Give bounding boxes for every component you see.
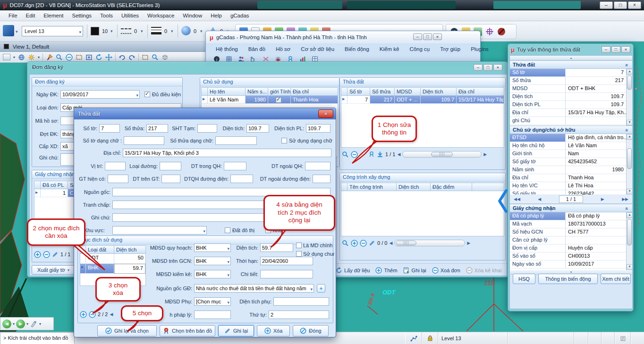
parcel-number-field[interactable]: 217 xyxy=(146,124,168,133)
scrollbar-thumb[interactable] xyxy=(627,148,632,169)
scroll-up-icon[interactable]: ▲ xyxy=(627,134,632,140)
menu-gcadas[interactable]: gCadas xyxy=(227,12,253,19)
parcel-text-field[interactable] xyxy=(215,136,257,145)
maximize-button[interactable]: □ xyxy=(423,34,432,40)
area-in-plan-field[interactable] xyxy=(224,162,246,170)
view-next-icon[interactable] xyxy=(128,54,136,61)
section-header-parcel[interactable]: Thửa đất« xyxy=(510,60,632,69)
brightness-icon[interactable] xyxy=(28,54,35,61)
column-header[interactable]: MDSD xyxy=(395,88,421,96)
chevron-down-icon[interactable]: ▾ xyxy=(13,55,15,59)
urban-land-checkbox[interactable] xyxy=(225,227,230,233)
chevron-down-icon[interactable]: ▾ xyxy=(141,26,143,36)
maximize-button[interactable]: □ xyxy=(483,64,492,71)
main-purpose-checkbox[interactable] xyxy=(296,243,302,248)
gcadas-menu-he-thong[interactable]: Hệ thống xyxy=(212,45,242,53)
minimize-button[interactable]: – xyxy=(413,34,422,40)
sheet-number-field[interactable]: 7 xyxy=(99,124,120,133)
area-field[interactable]: 109.7 xyxy=(246,124,269,133)
chevron-down-icon[interactable]: ▾ xyxy=(16,27,18,36)
chevron-down-icon[interactable]: ▾ xyxy=(13,322,15,326)
close-button[interactable]: × xyxy=(433,34,442,40)
temp-number-field[interactable] xyxy=(197,124,217,133)
scrollbar-thumb[interactable] xyxy=(396,241,416,245)
column-header[interactable]: Diện tích xyxy=(397,183,431,191)
property-row[interactable]: Diện tích PL109.7 xyxy=(510,101,626,109)
vertical-scrollbar[interactable]: ▲ ▼ xyxy=(626,134,632,194)
scroll-left-icon[interactable]: ◀ xyxy=(389,240,392,246)
scroll-left-icon[interactable]: ◀ xyxy=(397,151,400,158)
chevron-up-icon[interactable]: « xyxy=(624,129,630,132)
term-field[interactable]: 20/04/2060 xyxy=(260,257,313,265)
column-header[interactable]: Tên công trình xyxy=(347,183,397,191)
line-style-icon[interactable] xyxy=(121,28,131,34)
zoom-out-icon[interactable] xyxy=(66,54,73,61)
next-page-icon[interactable]: ▶ xyxy=(601,196,604,202)
address-field[interactable]: 15/3/17 Hà Huy Tập, Khối phố 3 xyxy=(123,149,331,157)
edit-icon[interactable] xyxy=(369,240,375,246)
scroll-up-icon[interactable]: ▲ xyxy=(627,212,632,218)
chevron-down-icon[interactable]: ▾ xyxy=(171,26,173,36)
menu-window[interactable]: Window xyxy=(179,12,206,19)
area-on-value-field[interactable] xyxy=(161,175,180,183)
maximize-button[interactable]: □ xyxy=(611,46,620,53)
use-text-checkbox[interactable] xyxy=(281,138,287,143)
menu-element[interactable]: Element xyxy=(40,12,67,19)
secondary-use-combobox[interactable]: [Chọn mục xyxy=(194,297,231,306)
remove-icon[interactable] xyxy=(360,240,367,247)
assignment-origin-combobox[interactable]: Nhà nước cho thuê đất trả tiền thuê đất … xyxy=(194,284,314,293)
property-row[interactable]: Mã vạch1807317000013 xyxy=(510,220,626,228)
property-row[interactable]: Số vào sổCH00013 xyxy=(510,252,626,260)
save-button[interactable]: Ghi lại xyxy=(403,267,426,274)
chevron-down-icon[interactable]: ▾ xyxy=(26,322,28,326)
gcadas-menu-plugins[interactable]: Plugins xyxy=(466,45,493,53)
chevron-down-icon[interactable]: ▾ xyxy=(39,322,41,326)
fit-view-icon[interactable] xyxy=(85,54,93,61)
view-detail-button[interactable]: Xem chi tiết xyxy=(601,274,631,284)
construction-table[interactable]: Tên công trình Diện tích Đặc điểm xyxy=(341,183,504,236)
shared-use-checkbox[interactable] xyxy=(296,251,302,257)
gcadas-menu-bien-dong[interactable]: Biến động xyxy=(340,45,373,53)
color-chip[interactable] xyxy=(91,27,99,35)
view-window-titlebar[interactable]: View 1, Default xyxy=(0,42,206,52)
section-header-owner[interactable]: Chủ sử dụng/chủ sở hữu« xyxy=(510,126,632,134)
menu-workspace[interactable]: Workspace xyxy=(144,12,178,19)
export-documents-button[interactable]: Xuất giấy tờ▾ xyxy=(32,265,75,275)
delete-button[interactable]: Xóa xyxy=(257,325,290,336)
chevron-down-icon[interactable]: ▾ xyxy=(38,55,40,59)
close-button[interactable]: × xyxy=(493,64,502,71)
property-row[interactable]: Đơn vị cấpHuyện cấp xyxy=(510,244,626,252)
property-row[interactable]: Số thửa217 xyxy=(510,77,626,85)
gcadas-menu-cong-cu[interactable]: Công cụ xyxy=(405,45,434,53)
column-header[interactable]: Năm s... xyxy=(246,88,268,96)
lock-cell[interactable] xyxy=(422,332,438,344)
property-row[interactable]: Số giấy tờ4254235452 xyxy=(510,158,626,166)
scrollbar-thumb[interactable] xyxy=(627,219,632,245)
area-out-plan-field[interactable] xyxy=(305,162,330,170)
add-icon[interactable] xyxy=(34,251,41,258)
vertical-scrollbar[interactable]: ▲ ▼ xyxy=(626,69,632,126)
menu-help[interactable]: Help xyxy=(207,12,226,19)
active-level-cell[interactable]: Level 13 xyxy=(438,332,508,344)
menu-utilities[interactable]: Utilities xyxy=(118,12,143,19)
minimize-button[interactable]: – xyxy=(602,46,610,53)
property-row[interactable]: Diện tích109.7 xyxy=(510,93,626,101)
element-class-icon[interactable] xyxy=(181,26,191,35)
display-style-icon[interactable] xyxy=(18,54,25,61)
scroll-down-icon[interactable]: ▼ xyxy=(627,264,632,270)
hsq-button[interactable]: HSQ xyxy=(513,274,535,284)
rotate-view-icon[interactable] xyxy=(95,54,102,61)
scrollbar-thumb[interactable] xyxy=(431,152,453,157)
section-header-certificate[interactable]: Giấy chứng nhận« xyxy=(510,204,632,212)
column-header[interactable]: Số thửa xyxy=(370,88,395,96)
no-entry-icon[interactable] xyxy=(497,27,506,36)
powerline-out-area-field[interactable] xyxy=(313,175,330,183)
previous-page-icon[interactable]: ◀ xyxy=(538,196,541,202)
column-header[interactable]: Đặc điểm xyxy=(431,183,472,191)
powerline-plan-area-field[interactable] xyxy=(230,175,253,183)
gcadas-menu-co-so-du-lieu[interactable]: Cơ sở dữ liệu xyxy=(297,45,339,53)
clip-volume-icon[interactable] xyxy=(152,54,159,61)
level-combobox[interactable]: Level 13 xyxy=(22,26,83,36)
view-attributes-icon[interactable] xyxy=(3,54,10,60)
window-area-icon[interactable] xyxy=(76,54,83,61)
